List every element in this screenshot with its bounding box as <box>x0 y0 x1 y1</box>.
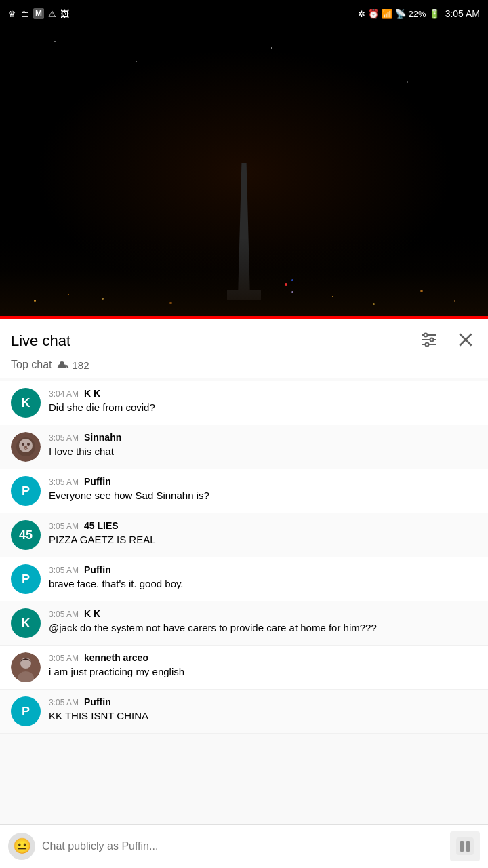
message-author: Puffin <box>84 696 111 707</box>
svg-point-14 <box>27 443 30 446</box>
send-icon <box>455 837 474 856</box>
message-text: i am just practicing my english <box>49 665 477 679</box>
avatar: K <box>11 608 41 638</box>
message-author: K K <box>84 608 100 619</box>
chat-header: Live chat Top chat <box>0 319 488 378</box>
message-meta: 3:05 AM Puffin <box>49 696 477 707</box>
chat-message: 3:05 AM Sinnahn I love this chat <box>0 425 488 469</box>
message-content: 3:05 AM Sinnahn I love this chat <box>49 432 477 458</box>
message-meta: 3:05 AM Puffin <box>49 476 477 487</box>
viewer-count: 182 <box>57 359 89 371</box>
video-background <box>0 27 488 319</box>
filter-button[interactable] <box>418 328 441 353</box>
message-time: 3:05 AM <box>49 433 79 443</box>
avatar: K <box>11 388 41 418</box>
svg-rect-21 <box>466 841 470 852</box>
message-time: 3:05 AM <box>49 477 79 487</box>
chat-header-top: Live chat <box>11 328 477 353</box>
viewers-icon <box>57 360 69 370</box>
emoji-icon: 😐 <box>13 837 31 855</box>
chat-message: P 3:05 AM Puffin brave face. that's it. … <box>0 557 488 601</box>
message-content: 3:05 AM Puffin KK THIS ISNT CHINA <box>49 696 477 723</box>
live-chat-title: Live chat <box>11 332 70 350</box>
header-icons <box>418 328 477 353</box>
message-text: Did she die from covid? <box>49 400 477 414</box>
svg-rect-19 <box>456 837 474 855</box>
m-icon: M <box>33 8 44 19</box>
close-button[interactable] <box>454 328 477 353</box>
svg-point-5 <box>426 343 429 347</box>
status-icons-right: ✲ ⏰ 📶 📡 22% 🔋 3:05 AM <box>358 8 480 19</box>
message-content: 3:05 AM K K @jack do the system not have… <box>49 608 477 635</box>
signal-icon: 📡 <box>395 9 406 19</box>
message-text: I love this chat <box>49 444 477 458</box>
wifi-icon: 📶 <box>382 9 392 19</box>
message-time: 3:05 AM <box>49 654 79 663</box>
svg-rect-20 <box>460 841 464 852</box>
chat-message: 3:05 AM kenneth arceo i am just practici… <box>0 646 488 690</box>
emoji-button[interactable]: 😐 <box>8 833 35 860</box>
message-meta: 3:05 AM kenneth arceo <box>49 652 477 663</box>
avatar: P <box>11 564 41 594</box>
status-icons-left: ♛ 🗀 M ⚠ 🖼 <box>8 8 69 19</box>
message-content: 3:05 AM kenneth arceo i am just practici… <box>49 652 477 679</box>
message-meta: 3:05 AM Sinnahn <box>49 432 477 443</box>
message-text: brave face. that's it. good boy. <box>49 576 477 591</box>
bluetooth-icon: ✲ <box>358 9 365 19</box>
message-text: @jack do the system not have carers to p… <box>49 620 477 635</box>
avatar: 45 <box>11 520 41 550</box>
alarm-icon: ⏰ <box>368 9 379 19</box>
chat-message: K 3:05 AM K K @jack do the system not ha… <box>0 601 488 646</box>
chat-input-bar: 😐 <box>0 824 488 868</box>
folder-icon: 🗀 <box>20 9 29 19</box>
message-author: K K <box>84 388 100 399</box>
message-text: PIZZA GAETZ IS REAL <box>49 532 477 547</box>
svg-point-12 <box>19 439 33 452</box>
message-meta: 3:05 AM K K <box>49 608 477 619</box>
chat-text-input[interactable] <box>42 840 443 852</box>
message-author: Puffin <box>84 564 111 575</box>
avatar <box>11 432 41 462</box>
avatar: P <box>11 696 41 726</box>
chat-message: P 3:05 AM Puffin Everyone see how Sad Si… <box>0 469 488 513</box>
message-time: 3:05 AM <box>49 566 79 575</box>
message-content: 3:05 AM Puffin Everyone see how Sad Sinn… <box>49 476 477 502</box>
message-time: 3:05 AM <box>49 698 79 707</box>
message-text: Everyone see how Sad Sinnahn is? <box>49 488 477 502</box>
warning-icon: ⚠ <box>48 9 56 19</box>
svg-point-4 <box>430 338 434 342</box>
message-content: 3:04 AM K K Did she die from covid? <box>49 388 477 414</box>
message-time: 3:05 AM <box>49 610 79 619</box>
message-content: 3:05 AM 45 LIES PIZZA GAETZ IS REAL <box>49 520 477 547</box>
message-time: 3:04 AM <box>49 389 79 399</box>
avatar: P <box>11 476 41 506</box>
message-author: Sinnahn <box>84 432 121 443</box>
crown-icon: ♛ <box>8 9 16 19</box>
chat-message: P 3:05 AM Puffin KK THIS ISNT CHINA <box>0 690 488 734</box>
message-meta: 3:05 AM 45 LIES <box>49 520 477 531</box>
battery-percent: 22% <box>409 9 426 19</box>
status-bar: ♛ 🗀 M ⚠ 🖼 ✲ ⏰ 📶 📡 22% 🔋 3:05 AM <box>0 0 488 27</box>
top-chat-label: Top chat <box>11 359 52 371</box>
chat-message: 45 3:05 AM 45 LIES PIZZA GAETZ IS REAL <box>0 513 488 557</box>
chat-message: K 3:04 AM K K Did she die from covid? <box>0 381 488 425</box>
image-icon: 🖼 <box>60 9 69 19</box>
chat-panel: Live chat Top chat <box>0 319 488 868</box>
message-content: 3:05 AM Puffin brave face. that's it. go… <box>49 564 477 591</box>
message-author: kenneth arceo <box>84 652 148 663</box>
chat-header-sub: Top chat 182 <box>11 359 477 378</box>
chat-messages-list[interactable]: K 3:04 AM K K Did she die from covid? <box>0 378 488 824</box>
message-text: KK THIS ISNT CHINA <box>49 709 477 723</box>
message-time: 3:05 AM <box>49 521 79 531</box>
battery-icon: 🔋 <box>429 9 440 19</box>
video-player[interactable] <box>0 27 488 319</box>
svg-point-3 <box>424 334 428 337</box>
svg-point-13 <box>22 443 24 446</box>
svg-point-15 <box>24 446 27 448</box>
message-meta: 3:05 AM Puffin <box>49 564 477 575</box>
message-author: Puffin <box>84 476 111 487</box>
send-button[interactable] <box>450 831 480 861</box>
message-meta: 3:04 AM K K <box>49 388 477 399</box>
message-author: 45 LIES <box>84 520 119 531</box>
time-display: 3:05 AM <box>445 8 480 19</box>
